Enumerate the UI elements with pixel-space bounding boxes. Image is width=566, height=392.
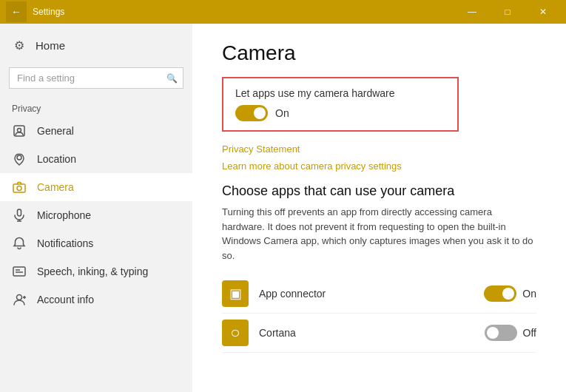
- app-cortana-name: Cortana: [259, 327, 474, 339]
- sidebar-item-notifications-label: Notifications: [37, 237, 93, 249]
- svg-point-2: [17, 155, 21, 160]
- main-toggle[interactable]: [235, 105, 268, 121]
- main-toggle-box: Let apps use my camera hardware On: [222, 77, 459, 132]
- sidebar-home-label: Home: [36, 39, 65, 52]
- titlebar-title: Settings: [33, 7, 455, 17]
- app-list: ▣ App connector On ○ Cortana: [222, 274, 536, 353]
- sidebar-item-general[interactable]: General: [0, 117, 192, 145]
- home-icon: ⚙: [12, 38, 27, 53]
- description-text: Turning this off prevents an app from di…: [222, 205, 536, 263]
- general-icon: [12, 124, 27, 138]
- search-container: 🔍: [9, 67, 183, 89]
- sidebar-item-camera-label: Camera: [37, 181, 74, 193]
- app-connector-toggle-state: On: [522, 288, 536, 300]
- app-connector-toggle[interactable]: [484, 285, 516, 302]
- speech-icon: [12, 265, 27, 278]
- learn-more-link[interactable]: Learn more about camera privacy settings: [222, 160, 536, 172]
- page-title: Camera: [222, 41, 536, 65]
- maximize-button[interactable]: □: [491, 0, 525, 24]
- sidebar-item-speech[interactable]: Speech, inking, & typing: [0, 257, 192, 285]
- window-controls: — □ ✕: [455, 0, 560, 24]
- app-connector-icon-symbol: ▣: [229, 285, 242, 302]
- search-input[interactable]: [9, 67, 183, 89]
- search-icon: 🔍: [166, 73, 178, 84]
- main-toggle-state: On: [275, 107, 289, 119]
- privacy-statement-link[interactable]: Privacy Statement: [222, 143, 536, 155]
- location-icon: [12, 152, 27, 166]
- apps-section-title: Choose apps that can use your camera: [222, 183, 536, 199]
- svg-point-11: [17, 295, 22, 300]
- main-toggle-label: Let apps use my camera hardware: [235, 87, 445, 99]
- titlebar: ← Settings — □ ✕: [0, 0, 566, 24]
- toggle-knob: [487, 327, 499, 339]
- back-icon: ←: [11, 6, 21, 18]
- app-cortana-toggle-state: Off: [523, 327, 536, 339]
- app-cortana-icon-symbol: ○: [230, 323, 240, 342]
- notifications-icon: [12, 237, 27, 250]
- svg-point-4: [17, 186, 21, 191]
- app-cortana-icon: ○: [222, 320, 249, 346]
- back-button[interactable]: ←: [6, 1, 27, 22]
- main-content: Camera Let apps use my camera hardware O…: [192, 24, 566, 392]
- sidebar-item-microphone[interactable]: Microphone: [0, 201, 192, 229]
- toggle-knob: [254, 107, 266, 119]
- close-button[interactable]: ✕: [526, 0, 560, 24]
- sidebar-item-camera[interactable]: Camera: [0, 173, 192, 201]
- sidebar-item-location-label: Location: [37, 153, 76, 165]
- sidebar-item-accountinfo[interactable]: Account info: [0, 285, 192, 314]
- sidebar-item-location[interactable]: Location: [0, 145, 192, 173]
- toggle-knob: [502, 288, 514, 300]
- app-item-cortana: ○ Cortana Off: [222, 314, 536, 353]
- sidebar: ⚙ Home 🔍 Privacy General: [0, 24, 192, 392]
- microphone-icon: [12, 209, 27, 222]
- app-cortana-toggle-row: Off: [485, 325, 536, 341]
- sidebar-item-notifications[interactable]: Notifications: [0, 229, 192, 257]
- sidebar-item-accountinfo-label: Account info: [37, 294, 94, 305]
- app-cortana-toggle[interactable]: [485, 325, 517, 341]
- app-connector-name: App connector: [259, 288, 474, 300]
- accountinfo-icon: [12, 293, 27, 306]
- svg-rect-8: [13, 267, 25, 276]
- main-toggle-row: On: [235, 105, 445, 121]
- app-connector-toggle-row: On: [484, 285, 536, 302]
- svg-point-1: [18, 129, 21, 132]
- app-connector-icon: ▣: [222, 280, 249, 307]
- app-item-connector: ▣ App connector On: [222, 274, 536, 314]
- sidebar-item-speech-label: Speech, inking, & typing: [37, 266, 148, 277]
- sidebar-item-general-label: General: [37, 125, 74, 137]
- minimize-button[interactable]: —: [455, 0, 489, 24]
- sidebar-item-microphone-label: Microphone: [37, 209, 91, 221]
- svg-rect-3: [13, 184, 25, 192]
- svg-rect-5: [18, 209, 21, 216]
- sidebar-section-label: Privacy: [0, 95, 192, 117]
- camera-icon: [12, 180, 27, 194]
- app-layout: ⚙ Home 🔍 Privacy General: [0, 24, 566, 392]
- sidebar-item-home[interactable]: ⚙ Home: [0, 30, 192, 61]
